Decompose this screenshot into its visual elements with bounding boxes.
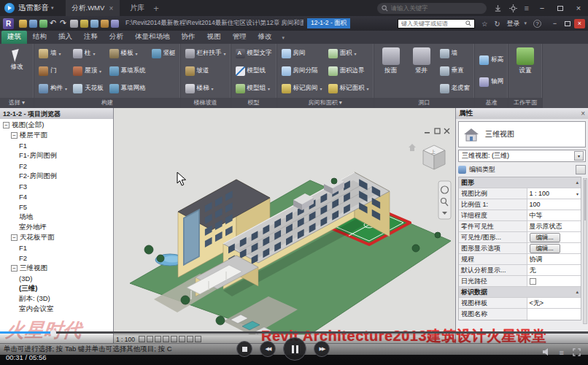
open-icon[interactable] xyxy=(19,20,27,28)
revit-close-button[interactable]: × xyxy=(574,19,585,28)
view-minimize-icon[interactable] xyxy=(425,132,430,134)
edit-type-button[interactable]: 编辑类型 xyxy=(469,165,495,174)
browser-item[interactable]: −楼层平面 xyxy=(0,130,113,140)
browser-item[interactable]: F4 xyxy=(0,191,113,201)
browser-item[interactable]: −三维视图 xyxy=(0,263,113,273)
dimension-icon[interactable] xyxy=(90,20,98,28)
player-library-tab[interactable]: 片库 xyxy=(130,3,144,13)
view-3d-icon[interactable] xyxy=(111,20,119,28)
column-button[interactable]: 柱▾ xyxy=(71,45,106,62)
volume-icon[interactable] xyxy=(542,347,551,358)
vertical-opening-button[interactable]: 垂直 xyxy=(438,62,473,80)
close-button[interactable]: × xyxy=(573,4,584,12)
tag-room-button[interactable]: 标记房间▾ xyxy=(279,80,325,97)
sync-icon[interactable]: ↻ xyxy=(495,20,500,28)
tab-close-icon[interactable]: × xyxy=(109,4,113,12)
browser-item[interactable]: F1 xyxy=(0,140,113,150)
dormer-opening-button[interactable]: 老虎窗 xyxy=(438,80,473,97)
3d-view-canvas[interactable]: 上 xyxy=(114,108,455,334)
revit-maximize-button[interactable] xyxy=(562,19,573,28)
wall-button[interactable]: 墙▾ xyxy=(36,45,69,62)
sign-in-button[interactable]: 登录 xyxy=(506,19,519,28)
browser-item[interactable]: 室内会议室 xyxy=(0,304,113,314)
progress-bar[interactable] xyxy=(0,331,588,334)
ribbon-tab-8[interactable]: 视图 xyxy=(201,31,227,44)
collapse-icon[interactable]: ▴ xyxy=(573,287,581,297)
new-tab-button[interactable]: + xyxy=(153,3,159,14)
player-search-input[interactable] xyxy=(391,4,482,12)
browser-item[interactable]: (3D) xyxy=(0,273,113,283)
measure-icon[interactable] xyxy=(80,20,88,28)
playlist-icon[interactable]: ≡ xyxy=(560,348,564,357)
browser-item[interactable]: F3 xyxy=(0,181,113,191)
save-icon[interactable] xyxy=(29,20,37,28)
model-line-button[interactable]: 模型线 xyxy=(233,62,274,80)
undo-icon[interactable] xyxy=(50,20,58,28)
next-button[interactable]: ▶▶ xyxy=(314,341,330,357)
previous-button[interactable]: ◀◀ xyxy=(260,341,276,357)
collapse-icon[interactable]: ▴ xyxy=(573,177,581,188)
redo-icon[interactable] xyxy=(60,20,68,28)
tree-expander-icon[interactable]: − xyxy=(3,122,9,128)
fullscreen-icon[interactable] xyxy=(573,348,581,358)
type-selector-dropdown[interactable]: 三维视图: (三维) ▾ xyxy=(458,150,586,162)
tree-expander-icon[interactable]: − xyxy=(11,265,18,272)
tag-qat-icon[interactable] xyxy=(101,20,109,28)
type-preview[interactable]: 三维视图 xyxy=(458,121,586,147)
sync-icon[interactable] xyxy=(39,20,47,28)
model-text-button[interactable]: 模型文字 xyxy=(233,45,274,62)
play-pause-button[interactable] xyxy=(283,337,306,361)
ribbon-tab-1[interactable]: 建筑 xyxy=(1,31,27,44)
checkbox[interactable] xyxy=(530,278,536,285)
player-search-box[interactable] xyxy=(377,3,487,14)
subscription-star-icon[interactable]: ☆ xyxy=(481,20,488,28)
wall-opening-button[interactable]: 墙 xyxy=(438,45,473,62)
download-icon[interactable] xyxy=(494,4,502,12)
browser-item[interactable]: 副本: (3D) xyxy=(0,293,113,304)
browser-item[interactable]: F2 xyxy=(0,253,113,263)
sign-in-chevron-icon[interactable]: ▾ xyxy=(524,20,527,26)
floor-button[interactable]: 楼板▾ xyxy=(107,45,148,62)
ribbon-tab-7[interactable]: 协作 xyxy=(176,31,201,44)
browser-item[interactable]: 场地 xyxy=(0,212,113,222)
ribbon-tab-5[interactable]: 分析 xyxy=(104,31,129,44)
ribbon-tab-6[interactable]: 体量和场地 xyxy=(129,31,176,44)
properties-scrollbar[interactable] xyxy=(583,178,587,324)
ribbon-state-chevron-icon[interactable]: ▾ xyxy=(278,35,290,44)
tree-expander-icon[interactable]: − xyxy=(11,132,18,139)
help-icon[interactable]: ? xyxy=(533,20,541,28)
edit-button[interactable]: 编辑... xyxy=(530,233,560,242)
video-display-area[interactable]: R F:\Revit2014最新教程\Revit2014最新住宅区设计\第12章… xyxy=(0,16,588,365)
property-group-header[interactable]: 标识数据▴ xyxy=(459,287,581,298)
ribbon-tab-10[interactable]: 修改 xyxy=(252,31,278,44)
app-menu-chevron-icon[interactable]: ▾ xyxy=(51,5,54,11)
property-group-header[interactable]: 图形▴ xyxy=(459,177,581,188)
settings-gear-icon[interactable] xyxy=(509,4,517,12)
stop-button[interactable] xyxy=(236,341,252,357)
stair-button[interactable]: 楼梯▾ xyxy=(183,80,228,97)
infocenter-search-input[interactable] xyxy=(401,20,463,27)
revit-minimize-button[interactable]: − xyxy=(549,19,560,28)
modify-cursor-button[interactable]: 修改 xyxy=(2,45,31,97)
railing-button[interactable]: 栏杆扶手▾ xyxy=(183,45,228,62)
drawing-area[interactable]: 上 1 : 100 xyxy=(114,108,455,343)
ribbon-tab-2[interactable]: 结构 xyxy=(27,31,53,44)
curtain-system-button[interactable]: 幕墙系统 xyxy=(107,62,148,80)
roof-button[interactable]: 屋顶▾ xyxy=(71,62,106,80)
room-separator-button[interactable]: 房间分隔 xyxy=(279,62,325,80)
shaft-opening-button[interactable]: 竖井 xyxy=(407,45,436,97)
navigation-bar[interactable] xyxy=(438,181,451,219)
curtain-grid-button[interactable]: 幕墙网格 xyxy=(107,80,148,97)
project-browser-tree[interactable]: −视图(全部)−楼层平面F1F1-房间图例F2F2-房间图例F3F4F5场地室外… xyxy=(0,119,113,343)
browser-item[interactable]: −视图(全部) xyxy=(0,120,113,130)
ceiling-button[interactable]: 天花板 xyxy=(71,80,106,97)
infocenter-search-box[interactable] xyxy=(398,19,475,28)
browser-item[interactable]: F1 xyxy=(0,242,113,253)
browser-item[interactable]: F5 xyxy=(0,201,113,212)
component-button[interactable]: 构件▾ xyxy=(36,80,69,97)
level-button[interactable]: 标高 xyxy=(477,51,506,69)
maximize-button[interactable] xyxy=(555,4,565,12)
area-boundary-button[interactable]: 面积边界 xyxy=(326,62,371,80)
ribbon-tab-4[interactable]: 注释 xyxy=(78,31,104,44)
menu-icon[interactable]: ≡ xyxy=(525,4,529,12)
